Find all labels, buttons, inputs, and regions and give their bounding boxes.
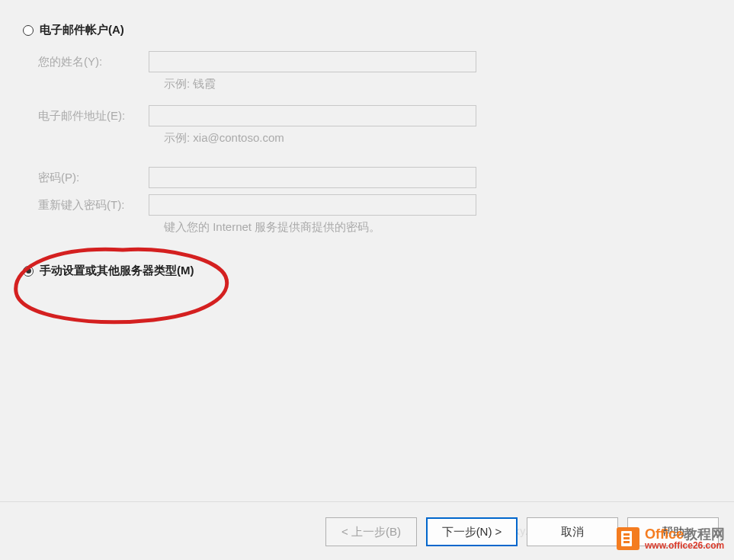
email-label: 电子邮件地址(E): — [38, 109, 149, 123]
retype-password-input — [149, 194, 476, 216]
name-label: 您的姓名(Y): — [38, 55, 149, 69]
password-hint: 键入您的 Internet 服务提供商提供的密码。 — [164, 220, 719, 235]
separator-line — [0, 501, 734, 502]
password-label: 密码(P): — [38, 171, 149, 185]
name-hint: 示例: 钱霞 — [164, 77, 719, 91]
button-bar: < 上一步(B) 下一步(N) > 取消 帮助 — [325, 517, 719, 546]
radio-circle-icon — [23, 25, 34, 36]
email-input — [149, 105, 476, 126]
email-hint: 示例: xia@contoso.com — [164, 131, 719, 146]
radio-circle-selected-icon — [23, 266, 34, 277]
help-button[interactable]: 帮助 — [627, 517, 719, 546]
next-button[interactable]: 下一步(N) > — [426, 517, 518, 546]
password-input — [149, 167, 476, 188]
radio-email-label: 电子邮件帐户(A) — [40, 23, 124, 37]
radio-manual-label: 手动设置或其他服务器类型(M) — [40, 264, 194, 278]
cancel-button[interactable]: 取消 — [527, 517, 618, 546]
retype-password-label: 重新键入密码(T): — [38, 198, 149, 213]
name-input — [149, 51, 476, 72]
back-button: < 上一步(B) — [325, 517, 417, 546]
radio-email-account[interactable]: 电子邮件帐户(A) — [23, 23, 719, 37]
radio-manual-setup[interactable]: 手动设置或其他服务器类型(M) — [23, 264, 719, 278]
email-form-section: 您的姓名(Y): 示例: 钱霞 电子邮件地址(E): 示例: xia@conto… — [38, 51, 719, 235]
